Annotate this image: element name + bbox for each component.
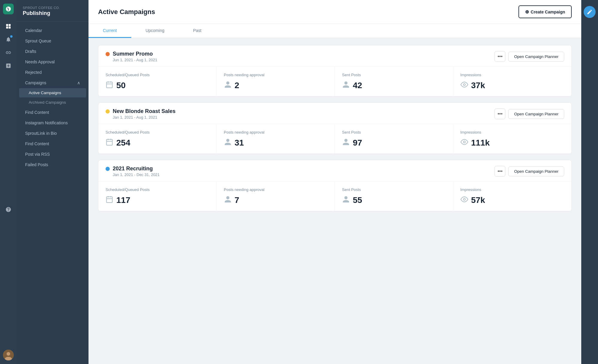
stat-value-row: 254 [106,138,209,148]
stat-value-row: 7 [224,195,328,205]
campaign-actions-summer-promo: ••• Open Campaign Planner [495,51,564,62]
sidebar: Sprout Coffee Co. Publishing Calendar Sp… [17,0,89,364]
sidebar-item-find-content-1[interactable]: Find Content [19,107,86,117]
svg-rect-12 [106,139,112,145]
stat-approval-summer-promo: Posts needing approval 2 [217,67,335,96]
stat-sent-blonde-roast: Sent Posts 97 [335,124,453,154]
product-name: Publishing [23,10,83,16]
stat-value-row: 31 [224,138,328,148]
calendar-icon [106,138,113,148]
tab-current[interactable]: Current [89,24,131,38]
stat-value-row: 117 [106,195,209,205]
sidebar-item-needs-approval[interactable]: Needs Approval [19,57,86,67]
main-content: Active Campaigns ⊕ Create Campaign Curre… [89,0,581,364]
stat-label: Impressions [460,187,565,192]
stat-impressions-recruiting: Impressions 57k [453,181,572,211]
sidebar-item-instagram-notifications[interactable]: Instagram Notifications [19,118,86,128]
campaign-info-blonde-roast: New Blonde Roast Sales Jan 1, 2021 - Aug… [106,108,176,120]
stat-label: Sent Posts [342,130,446,134]
stat-value-impressions: 57k [471,195,485,205]
plus-nav-icon[interactable] [2,60,14,72]
stat-impressions-summer-promo: Impressions 37k [453,67,572,96]
sidebar-nav: Calendar Sprout Queue Drafts Needs Appro… [17,22,89,174]
stat-label: Scheduled/Queued Posts [106,73,209,77]
svg-point-16 [463,141,465,143]
stat-value-row: 57k [460,195,565,205]
campaign-actions-blonde-roast: ••• Open Campaign Planner [495,108,564,119]
campaign-card-summer-promo: Summer Promo Jun 1, 2021 - Aug 1, 2021 •… [98,45,572,97]
campaign-dot-summer-promo [106,52,110,56]
campaign-header-blonde-roast: New Blonde Roast Sales Jan 1, 2021 - Aug… [98,103,571,124]
stat-value-scheduled: 254 [116,138,130,148]
stat-value-sent: 42 [353,81,362,90]
stat-value-row: 50 [106,81,209,90]
stat-label: Impressions [460,73,565,77]
more-button-blonde-roast[interactable]: ••• [495,108,505,119]
notification-dot [10,35,13,38]
eye-icon [460,81,468,90]
campaign-dates-summer-promo: Jun 1, 2021 - Aug 1, 2021 [113,58,157,62]
sidebar-item-rejected[interactable]: Rejected [19,67,86,77]
campaign-name-recruiting: 2021 Recruiting [113,166,153,172]
publishing-nav-icon[interactable] [2,20,14,32]
campaign-info-summer-promo: Summer Promo Jun 1, 2021 - Aug 1, 2021 [106,51,157,62]
svg-rect-17 [106,197,112,203]
stat-scheduled-summer-promo: Scheduled/Queued Posts 50 [98,67,217,96]
eye-icon [460,138,468,148]
sidebar-item-drafts[interactable]: Drafts [19,46,86,56]
campaign-stats-blonde-roast: Scheduled/Queued Posts 254 Posts needing… [98,124,571,154]
svg-point-21 [463,198,465,201]
create-campaign-button[interactable]: ⊕ Create Campaign [518,5,572,18]
stat-scheduled-blonde-roast: Scheduled/Queued Posts 254 [98,124,217,154]
more-button-recruiting[interactable]: ••• [495,166,505,177]
sidebar-item-post-via-rss[interactable]: Post via RSS [19,149,86,159]
question-nav-icon[interactable] [2,204,14,215]
sent-icon [342,81,350,90]
page-title: Active Campaigns [98,8,155,16]
campaign-dot-recruiting [106,167,110,171]
icon-rail [0,0,17,364]
open-planner-button-summer-promo[interactable]: Open Campaign Planner [508,52,564,62]
edit-post-button[interactable] [584,6,596,18]
sidebar-item-find-content-2[interactable]: Find Content [19,139,86,149]
user-avatar[interactable] [3,350,14,360]
campaign-info-recruiting: 2021 Recruiting Jan 1, 2021 - Dec 31, 20… [106,166,160,177]
stat-label: Sent Posts [342,187,446,192]
campaign-header-recruiting: 2021 Recruiting Jan 1, 2021 - Dec 31, 20… [98,160,571,181]
stat-label: Sent Posts [342,73,446,77]
campaign-dates-blonde-roast: Jan 1, 2021 - Aug 1, 2021 [113,115,176,120]
right-rail [581,0,598,364]
campaign-title-row: New Blonde Roast Sales [106,108,176,114]
bell-nav-icon[interactable] [2,33,14,45]
stat-approval-blonde-roast: Posts needing approval 31 [217,124,335,154]
campaign-dates-recruiting: Jan 1, 2021 - Dec 31, 2021 [113,172,160,177]
sidebar-group-campaigns[interactable]: Campaigns ∧ [19,78,86,88]
sidebar-item-active-campaigns[interactable]: Active Campaigns [19,88,86,97]
stat-value-row: 2 [224,81,328,90]
campaign-dot-blonde-roast [106,109,110,114]
stat-label: Posts needing approval [224,187,328,192]
stat-sent-summer-promo: Sent Posts 42 [335,67,453,96]
stat-approval-recruiting: Posts needing approval 7 [217,181,335,211]
sidebar-item-sprout-queue[interactable]: Sprout Queue [19,36,86,46]
stat-value-sent: 55 [353,195,362,205]
sidebar-item-calendar[interactable]: Calendar [19,25,86,36]
stat-value-impressions: 37k [471,81,485,90]
stat-value-row: 42 [342,81,446,90]
open-planner-button-blonde-roast[interactable]: Open Campaign Planner [508,109,564,119]
campaign-stats-recruiting: Scheduled/Queued Posts 117 Posts needing… [98,181,571,211]
tab-upcoming[interactable]: Upcoming [131,24,179,38]
sidebar-item-archived-campaigns[interactable]: Archived Campaigns [19,98,86,107]
more-button-summer-promo[interactable]: ••• [495,51,505,62]
tab-past[interactable]: Past [179,24,216,38]
stat-value-row: 111k [460,138,565,148]
campaign-title-row: Summer Promo [106,51,157,57]
open-planner-button-recruiting[interactable]: Open Campaign Planner [508,166,564,176]
sidebar-item-sproutlink-in-bio[interactable]: SproutLink in Bio [19,128,86,138]
link-nav-icon[interactable] [2,47,14,59]
campaign-card-recruiting: 2021 Recruiting Jan 1, 2021 - Dec 31, 20… [98,160,572,211]
svg-rect-7 [106,82,112,88]
svg-point-5 [7,352,10,356]
campaign-title-row: 2021 Recruiting [106,166,160,172]
sidebar-item-failed-posts[interactable]: Failed Posts [19,160,86,170]
